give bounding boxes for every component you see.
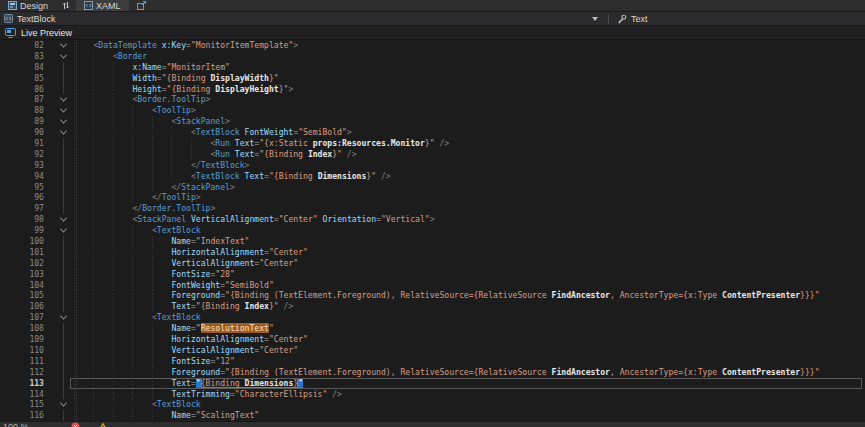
code-token: > [288,84,293,94]
fold-chevron-icon[interactable] [52,399,74,410]
indent-guide [93,116,112,127]
code-token: FontSize [171,356,210,366]
code-line-103[interactable]: 103FontSize="28" [0,269,865,280]
code-text: <Border.ToolTip> [74,94,865,105]
code-token: Border.ToolTip [142,203,210,213]
line-number: 86 [0,84,52,95]
zoom-level[interactable]: 100 % [3,422,29,427]
code-text: Height="{Binding DisplayHeight}"> [74,84,865,95]
indent-guide [152,258,171,269]
code-line-94[interactable]: 94<TextBlock Text="{Binding Dimensions}"… [0,171,865,182]
indent-guide [93,62,112,73]
code-line-110[interactable]: 110VerticalAlignment="Center" [0,345,865,356]
code-line-105[interactable]: 105Foreground="{Binding (TextElement.For… [0,290,865,301]
fold-chevron-icon[interactable] [52,127,74,138]
code-line-112[interactable]: 112Foreground="{Binding (TextElement.For… [0,367,865,378]
code-token: FontSize [171,269,210,279]
code-line-108[interactable]: 108Name="ResolutionText" [0,323,865,334]
live-preview-bar[interactable]: Live Preview [0,26,865,40]
code-text: <StackPanel> [74,116,865,127]
code-line-114[interactable]: 114TextTrimming="CharacterEllipsis" /> [0,389,865,400]
code-line-113[interactable]: 113Text="{Binding Dimensions}" [0,378,865,389]
indent-guide [93,225,112,236]
code-line-84[interactable]: 84x:Name="MonitorItem" [0,62,865,73]
element-combo[interactable]: TextBlock [0,12,604,25]
fold-scope-line [52,192,74,203]
code-line-90[interactable]: 90<TextBlock FontWeight="SemiBold"> [0,127,865,138]
indent-guide [113,138,132,149]
code-line-95[interactable]: 95</StackPanel> [0,182,865,193]
indent-guide [132,105,151,116]
code-line-83[interactable]: 83<Border [0,51,865,62]
code-line-99[interactable]: 99<TextBlock [0,225,865,236]
swap-panes-button[interactable] [56,0,76,11]
code-line-111[interactable]: 111FontSize="12" [0,356,865,367]
indent-guide [74,236,93,247]
code-line-82[interactable]: 82<DataTemplate x:Key="MonitorItemTempla… [0,40,865,51]
indent-guide [93,84,112,95]
fold-chevron-icon[interactable] [52,312,74,323]
code-token: </ [191,160,201,170]
code-token: Index [308,149,332,159]
line-number: 92 [0,149,52,160]
fold-chevron-icon[interactable] [52,225,74,236]
indent-guide [74,399,93,410]
code-line-87[interactable]: 87<Border.ToolTip> [0,94,865,105]
warning-icon[interactable] [98,422,108,427]
code-line-98[interactable]: 98<StackPanel VerticalAlignment="Center"… [0,214,865,225]
indent-guide [74,105,93,116]
code-text: TextTrimming="CharacterEllipsis" /> [74,389,865,400]
code-line-97[interactable]: 97</Border.ToolTip> [0,203,865,214]
indent-guide [93,160,112,171]
indent-guide [113,182,132,193]
indent-guide [113,247,132,258]
tab-design[interactable]: Design [0,0,56,11]
property-combo[interactable]: Text [617,12,648,25]
fold-chevron-icon[interactable] [52,214,74,225]
indent-guide [152,182,171,193]
code-editor[interactable]: 82<DataTemplate x:Key="MonitorItemTempla… [0,40,865,427]
indent-guide [113,203,132,214]
code-text: <StackPanel VerticalAlignment="Center" O… [74,214,865,225]
error-icon[interactable] [71,422,80,427]
code-line-92[interactable]: 92<Run Text="{Binding Index}" /> [0,149,865,160]
code-line-96[interactable]: 96</ToolTip> [0,192,865,203]
code-line-106[interactable]: 106Text="{Binding Index}" /> [0,301,865,312]
popout-button[interactable] [129,0,155,11]
code-line-85[interactable]: 85Width="{Binding DisplayWidth}" [0,73,865,84]
indent-guide [93,367,112,378]
dropdown-arrow-icon[interactable] [592,17,598,21]
fold-chevron-icon[interactable] [52,105,74,116]
indent-guide [93,182,112,193]
fold-chevron-icon[interactable] [52,51,74,62]
code-line-116[interactable]: 116Name="ScalingText" [0,410,865,421]
code-line-115[interactable]: 115<TextBlock [0,399,865,410]
fold-chevron-icon[interactable] [52,94,74,105]
editor-status-strip: 100 % [0,421,865,427]
code-token: "SemiBold" [225,280,274,290]
code-token: TextBlock [201,160,245,170]
code-line-101[interactable]: 101HorizontalAlignment="Center" [0,247,865,258]
code-line-88[interactable]: 88<ToolTip> [0,105,865,116]
indent-guide [132,182,151,193]
indent-guide [132,378,151,389]
code-line-100[interactable]: 100Name="IndexText" [0,236,865,247]
code-line-109[interactable]: 109HorizontalAlignment="Center" [0,334,865,345]
code-line-107[interactable]: 107<TextBlock [0,312,865,323]
fold-chevron-icon[interactable] [52,116,74,127]
code-line-104[interactable]: 104FontWeight="SemiBold" [0,280,865,291]
indent-guide [113,160,132,171]
line-number: 88 [0,105,52,116]
fold-chevron-icon[interactable] [52,40,74,51]
code-line-89[interactable]: 89<StackPanel> [0,116,865,127]
popout-icon [137,1,147,10]
line-number: 101 [0,247,52,258]
code-text: Name="ResolutionText" [74,323,865,334]
code-line-93[interactable]: 93</TextBlock> [0,160,865,171]
indent-guide [93,236,112,247]
code-line-102[interactable]: 102VerticalAlignment="Center" [0,258,865,269]
code-line-91[interactable]: 91<Run Text="{x:Static props:Resources.M… [0,138,865,149]
code-line-86[interactable]: 86Height="{Binding DisplayHeight}"> [0,84,865,95]
line-number: 116 [0,410,52,421]
tab-xaml[interactable]: XAML [76,0,129,11]
